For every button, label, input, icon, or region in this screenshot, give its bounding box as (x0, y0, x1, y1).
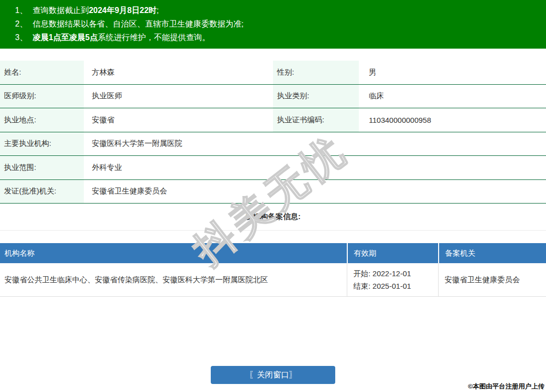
table-row: 执业地点: 安徽省 执业证书编码: 110340000000958 (0, 108, 546, 132)
issuing-authority-label: 发证(批准)机关: (0, 180, 84, 204)
notice-text: 信息数据结果以各省、自治区、直辖市卫生健康委数据为准; (33, 20, 243, 28)
multi-org-table-header: 机构名称 有效期 备案机关 (0, 243, 546, 263)
notice-number: 3、 (15, 31, 28, 44)
notice-number: 1、 (15, 4, 28, 17)
column-header-validity: 有效期 (347, 243, 438, 263)
notice-text-bold: 2024年9月8日22时 (89, 6, 157, 15)
gender-value: 男 (359, 61, 546, 84)
certificate-number-label: 执业证书编码: (273, 108, 359, 132)
name-label: 姓名: (0, 61, 84, 84)
table-row: 医师级别: 执业医师 执业类别: 临床 (0, 85, 546, 109)
notice-line-2: 2、信息数据结果以各省、自治区、直辖市卫生健康委数据为准; (0, 17, 546, 31)
close-window-button[interactable]: 〖关闭窗口〗 (211, 366, 335, 384)
org-names-value: 安徽省公共卫生临床中心、安徽省传染病医院、安徽医科大学第一附属医院北区 (0, 263, 347, 296)
notice-number: 2、 (15, 17, 28, 31)
filing-authority-value: 安徽省卫生健康委员会 (438, 263, 546, 296)
main-institution-label: 主要执业机构: (0, 132, 84, 156)
issuing-authority-value: 安徽省卫生健康委员会 (84, 180, 546, 204)
table-row: 姓名: 方林森 性别: 男 (0, 61, 546, 85)
multi-org-table: 机构名称 有效期 备案机关 安徽省公共卫生临床中心、安徽省传染病医院、安徽医科大… (0, 243, 546, 297)
gender-label: 性别: (273, 61, 359, 84)
column-header-filing-authority: 备案机关 (438, 243, 546, 263)
practice-category-label: 执业类别: (273, 85, 359, 108)
notice-text-bold: 凌晨1点至凌晨5点 (33, 33, 98, 42)
table-row: 安徽省公共卫生临床中心、安徽省传染病医院、安徽医科大学第一附属医院北区 开始: … (0, 263, 546, 297)
certificate-number-value: 110340000000958 (359, 108, 546, 132)
table-row: 发证(批准)机关: 安徽省卫生健康委员会 (0, 180, 546, 204)
doctor-level-value: 执业医师 (84, 85, 273, 108)
doctor-info-table: 姓名: 方林森 性别: 男 医师级别: 执业医师 执业类别: 临床 执业地点: … (0, 61, 546, 204)
notice-text: 系统进行维护，不能提供查询。 (98, 33, 210, 42)
column-header-org-name: 机构名称 (0, 243, 347, 263)
notice-banner: 1、查询数据截止到2024年9月8日22时; 2、信息数据结果以各省、自治区、直… (0, 0, 546, 49)
practice-scope-value: 外科专业 (84, 156, 546, 179)
main-institution-value: 安徽医科大学第一附属医院 (84, 132, 546, 156)
validity-period-value: 开始: 2022-12-01 结束: 2025-01-01 (347, 263, 438, 296)
copyright-note: ©本图由平台注册用户上传 (468, 382, 544, 391)
validity-start: 开始: 2022-12-01 (353, 267, 411, 280)
button-container: 〖关闭窗口〗 (0, 366, 546, 384)
name-value: 方林森 (84, 61, 273, 84)
practice-category-value: 临床 (359, 85, 546, 108)
notice-line-3: 3、凌晨1点至凌晨5点系统进行维护，不能提供查询。 (0, 31, 546, 44)
notice-line-1: 1、查询数据截止到2024年9月8日22时; (0, 4, 546, 17)
multi-org-section-heading: 多机构备案信息: (0, 204, 546, 231)
practice-scope-label: 执业范围: (0, 156, 84, 179)
table-row: 执业范围: 外科专业 (0, 156, 546, 180)
doctor-level-label: 医师级别: (0, 85, 84, 108)
practice-location-value: 安徽省 (84, 108, 273, 132)
table-row: 主要执业机构: 安徽医科大学第一附属医院 (0, 132, 546, 156)
notice-text: ; (157, 6, 159, 15)
validity-end: 结束: 2025-01-01 (353, 280, 411, 292)
notice-text: 查询数据截止到 (33, 6, 89, 15)
practice-location-label: 执业地点: (0, 108, 84, 132)
